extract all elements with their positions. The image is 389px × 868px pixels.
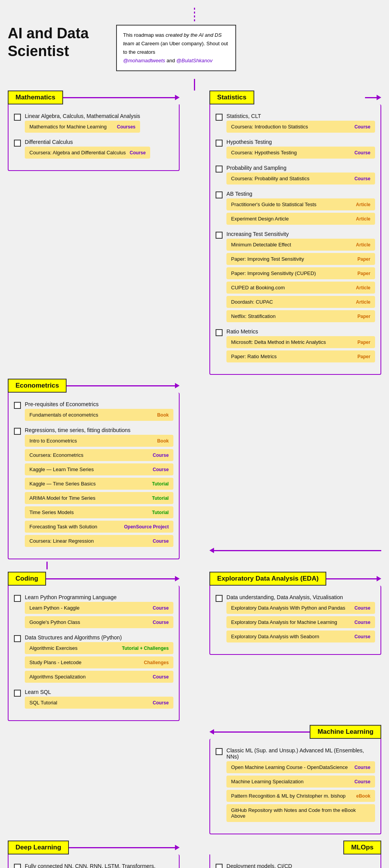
math-checkbox-1[interactable] [14, 114, 21, 121]
coding-resource-3-1[interactable]: SQL Tutorial Course [25, 697, 173, 709]
ml-resource-type-1-3: eBook [356, 793, 370, 799]
eco-resource-2-6[interactable]: Time Series Models Tutorial [25, 506, 173, 518]
coding-resource-type-3-1: Course [153, 700, 169, 706]
eda-resource-1-1[interactable]: Exploratory Data Analysis With Python an… [226, 602, 375, 614]
coding-resource-type-1-2: Course [153, 620, 169, 625]
math-resource-type-2-1: Course [130, 150, 146, 155]
mlops-checkbox-1[interactable] [216, 864, 223, 868]
stat-resource-type-5-6: Paper [358, 314, 370, 319]
eco-resource-2-2[interactable]: Coursera: Econometrics Course [25, 449, 173, 461]
stat-resource-type-4-2: Article [356, 216, 370, 222]
math-resource-2-1[interactable]: Coursera: Algebra and Differential Calcu… [25, 147, 150, 159]
math-resource-1-1[interactable]: Mathematics for Machine Learning Courses [25, 121, 140, 133]
eco-resource-2-4[interactable]: Kaggle — Time Series Basics Tutorial [25, 478, 173, 490]
ml-section: Machine Learning Classic ML (Sup. and Un… [209, 725, 381, 834]
info-box: This roadmap was created by the AI and D… [116, 25, 236, 71]
coding-checkbox-2[interactable] [14, 635, 21, 642]
stat-resource-5-3[interactable]: Paper: Improving Sensitivity (CUPED) Pap… [226, 267, 375, 279]
dl-item-1: Fully connected NN, CNN, RNN, LSTM, Tran… [14, 863, 173, 868]
math-item-text-1: Linear Algebra, Calculus, Mathematical A… [25, 113, 140, 119]
stat-checkbox-6[interactable] [216, 329, 223, 336]
dl-label: Deep Learning [8, 841, 69, 854]
coding-resource-2-2[interactable]: Study Plans - Leetcode Challenges [25, 656, 173, 668]
eco-resource-1-1[interactable]: Fundamentals of econometrics Book [25, 409, 173, 421]
eco-resource-2-3[interactable]: Kaggle — Learn Time Series Course [25, 463, 173, 475]
coding-resource-2-1[interactable]: Algorithmic Exercises Tutorial + Challen… [25, 642, 173, 654]
ml-box: Classic ML (Sup. and Unsup.) Advanced ML… [209, 739, 381, 834]
stat-resource-1-1[interactable]: Coursera: Introduction to Statistics Cou… [226, 121, 375, 133]
coding-resource-2-3[interactable]: Algorithms Specialization Course [25, 671, 173, 683]
ml-resource-1-2[interactable]: Machine Learning Specialization Course [226, 776, 375, 788]
header: AI and Data Scientist This roadmap was c… [8, 25, 381, 71]
stat-resource-6-1[interactable]: Microsoft: Delta Method in Metric Analyt… [226, 336, 375, 348]
math-to-stats-line [63, 97, 175, 98]
eco-resource-2-1[interactable]: Intro to Econometrics Book [25, 435, 173, 447]
stat-checkbox-1[interactable] [216, 114, 223, 121]
coding-resource-1-1[interactable]: Learn Python - Kaggle Course [25, 602, 173, 614]
eco-resource-2-5[interactable]: ARIMA Model for Time Series Tutorial [25, 492, 173, 504]
stat-resource-2-1[interactable]: Coursera: Hypothesis Testing Course [226, 147, 375, 159]
dl-checkbox-1[interactable] [14, 864, 21, 868]
eda-right-line [326, 578, 377, 579]
info-text3: and [166, 58, 176, 63]
eco-v-line [46, 562, 48, 569]
eda-resource-1-3[interactable]: Exploratory Data Analysis with Seaborn C… [226, 630, 375, 642]
statistics-label: Statistics [209, 91, 254, 104]
header-connector [194, 79, 195, 91]
stat-resource-4-1[interactable]: Practitioner's Guide to Statistical Test… [226, 198, 375, 210]
stat-item-text-2: Hypothesis Testing [226, 139, 375, 145]
mlops-item-1: Deployment models, CI/CD MLOps Specializ… [216, 863, 375, 868]
coding-resource-type-2-1: Tutorial + Challenges [122, 646, 169, 651]
eda-resource-1-2[interactable]: Exploratory Data Analysis for Machine Le… [226, 616, 375, 628]
ml-item-text-1: Classic ML (Sup. and Unsup.) Advanced ML… [226, 747, 375, 760]
ml-resource-name-1-3: Pattern Recognition & ML by Christopher … [231, 793, 346, 799]
stat-resource-5-1[interactable]: Minimum Detectable Effect Article [226, 239, 375, 251]
eco-resource-2-8[interactable]: Coursera: Linear Regression Course [25, 535, 173, 547]
mathematics-label: Mathematics [8, 91, 63, 104]
math-checkbox-2[interactable] [14, 140, 21, 147]
eco-connector-mid [180, 379, 209, 559]
stat-checkbox-3[interactable] [216, 166, 223, 173]
eco-resource-type-2-1: Book [157, 438, 169, 444]
stat-resource-4-2[interactable]: Experiment Design Article Article [226, 213, 375, 225]
eco-resource-type-2-8: Course [153, 538, 169, 544]
eco-down-connector [8, 562, 381, 569]
math-resource-type-1-1: Courses [117, 124, 135, 130]
stat-checkbox-4[interactable] [216, 191, 223, 198]
eco-checkbox-2[interactable] [14, 428, 21, 435]
ml-checkbox-1[interactable] [216, 748, 223, 755]
ml-resource-1-4[interactable]: GitHub Repository with Notes and Code fr… [226, 804, 375, 822]
coding-box: Learn Python Programming Language Learn … [8, 586, 180, 721]
stat-resource-name-3-1: Coursera: Probability and Statistics [231, 176, 309, 181]
ml-resource-1-3[interactable]: Pattern Recognition & ML by Christopher … [226, 790, 375, 802]
stat-checkbox-5[interactable] [216, 232, 223, 239]
ml-label: Machine Learning [310, 725, 381, 739]
eco-checkbox-1[interactable] [14, 402, 21, 409]
stat-resource-6-2[interactable]: Paper: Ratio Metrics Paper [226, 350, 375, 362]
ml-resource-1-1[interactable]: Open Machine Learning Course - OpenDataS… [226, 761, 375, 773]
stat-resource-3-1[interactable]: Coursera: Probability and Statistics Cou… [226, 173, 375, 185]
stat-resource-5-4[interactable]: CUPED at Booking.com Article [226, 282, 375, 294]
stat-item-6: Ratio Metrics Microsoft: Delta Method in… [216, 328, 375, 365]
coding-section: Coding Learn Python Programming Language… [8, 572, 180, 721]
eco-resource-name-2-3: Kaggle — Learn Time Series [29, 466, 94, 472]
coding-checkbox-1[interactable] [14, 595, 21, 602]
stat-resource-5-6[interactable]: Netflix: Stratification Paper [226, 310, 375, 322]
stat-item-text-6: Ratio Metrics [226, 328, 375, 335]
statistics-box: Statistics, CLT Coursera: Introduction t… [209, 104, 381, 375]
stats-right-arrow [377, 95, 381, 100]
eda-checkbox-1[interactable] [216, 595, 223, 602]
stat-resource-5-5[interactable]: Doordash: CUPAC Article [226, 296, 375, 308]
stat-resource-type-5-4: Article [356, 285, 370, 290]
coding-checkbox-3[interactable] [14, 690, 21, 697]
ml-resource-name-1-1: Open Machine Learning Course - OpenDataS… [231, 764, 348, 770]
coding-resource-1-2[interactable]: Google's Python Class Course [25, 616, 173, 628]
stats-to-eco-line [214, 550, 381, 551]
stat-resource-name-5-5: Doordash: CUPAC [231, 299, 273, 305]
stat-resource-type-4-1: Article [356, 202, 370, 207]
stat-resource-type-5-5: Article [356, 299, 370, 305]
eco-resource-2-7[interactable]: Forecasting Task with Solution OpenSourc… [25, 521, 173, 533]
stat-checkbox-2[interactable] [216, 140, 223, 147]
stat-resource-5-2[interactable]: Paper: Improving Test Sensitivity Paper [226, 253, 375, 265]
eco-arrow-left [175, 383, 180, 388]
